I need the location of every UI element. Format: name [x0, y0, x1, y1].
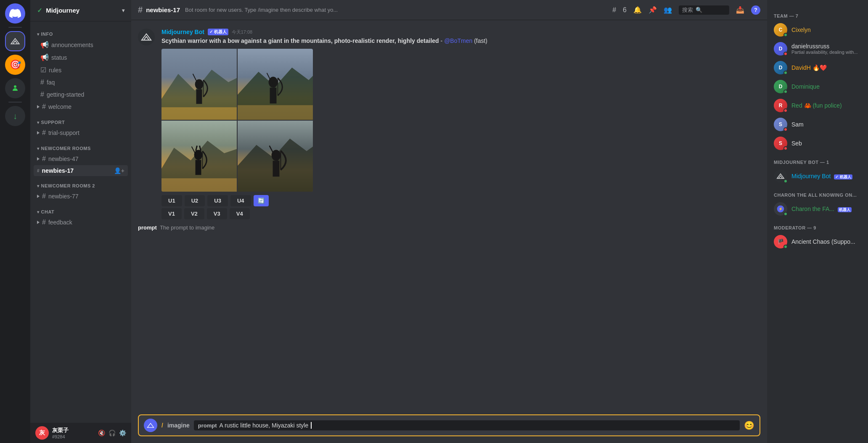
category-moderator: MODERATOR — 9 [767, 219, 868, 232]
channel-welcome[interactable]: # welcome [34, 101, 128, 113]
v1-button[interactable]: V1 [161, 208, 182, 219]
command-label: imagine [167, 422, 190, 429]
server-icon-download[interactable]: ↓ [5, 106, 25, 126]
server-icon-2[interactable]: 🎯 [5, 55, 25, 75]
member-avatar-davidh: D [774, 61, 787, 74]
message-mention[interactable]: @BoTmen [444, 37, 472, 44]
channel-getting-started[interactable]: # getting-started [34, 89, 128, 100]
status-dot [783, 127, 788, 132]
member-info: Charon the FA... 机器人 [791, 206, 861, 213]
channel-newbies-17[interactable]: # newbies-17 👤+ [34, 165, 128, 176]
bot-badge-charon: 机器人 [838, 207, 852, 212]
footer-icons: 🔇 🎧 ⚙️ [98, 430, 126, 436]
member-red[interactable]: R Red 🦀 (fun police) [770, 96, 865, 115]
channel-newbies-77[interactable]: # newbies-77 [34, 190, 128, 202]
action-buttons-row2: V1 V2 V3 V4 [161, 208, 760, 219]
member-info: Sam [791, 121, 861, 128]
bot-badge: ✓ 机器人 [208, 29, 228, 35]
category-chat: ▾ CHAT [30, 203, 131, 216]
image-cell-4[interactable] [238, 121, 313, 192]
input-field-container[interactable]: prompt A rustic little house, Miyazaki s… [194, 420, 740, 430]
members-icon[interactable]: # [612, 6, 616, 14]
collapse-icon-2 [37, 131, 40, 134]
member-name-davidh: DavidH 🔥❤️ [791, 64, 827, 71]
member-avatar-ancient: 🏴 [774, 235, 787, 248]
settings-icon[interactable]: ⚙️ [119, 430, 126, 436]
member-ancient-chaos[interactable]: 🏴 Ancient Chaos (Suppo... [770, 232, 865, 251]
emoji-button[interactable]: 😊 [744, 420, 754, 430]
input-bar[interactable]: / imagine prompt A rustic little house, … [138, 414, 760, 436]
channel-faq[interactable]: # faq [34, 76, 128, 88]
u3-button[interactable]: U3 [207, 195, 228, 206]
add-member-icon[interactable]: 👤+ [114, 167, 124, 174]
prompt-hint: prompt The prompt to imagine [131, 221, 767, 234]
member-info: Midjourney Bot ✓ 机器人 [791, 173, 861, 180]
member-info: Cixelyn [791, 26, 861, 33]
member-cixelyn[interactable]: C Cixelyn [770, 21, 865, 39]
hash-icon-welcome: # [42, 103, 46, 111]
message-speed: (fast) [474, 37, 487, 44]
category-info: ▾ INFO [30, 25, 131, 38]
v3-button[interactable]: V3 [207, 208, 227, 219]
member-dominique[interactable]: D Dominique [770, 77, 865, 96]
inbox-icon[interactable]: 📥 [736, 6, 744, 14]
server-icon-midjourney[interactable] [5, 31, 25, 51]
svg-rect-11 [238, 105, 313, 120]
username: 灰栗子 [52, 427, 95, 434]
member-midjourney-bot[interactable]: Midjourney Bot ✓ 机器人 [770, 167, 865, 185]
help-icon[interactable]: ? [751, 5, 760, 15]
v2-button[interactable]: V2 [184, 208, 204, 219]
image-cell-3[interactable] [161, 121, 237, 192]
member-danielrussruss[interactable]: D danielrussruss Partial availability, d… [770, 40, 865, 58]
hash-icon-faq: # [40, 79, 44, 86]
status-dot [783, 52, 788, 56]
channel-rules[interactable]: ☑ rules [34, 64, 128, 76]
u2-button[interactable]: U2 [185, 195, 205, 206]
server-icon-discord[interactable] [5, 3, 25, 24]
pin-icon[interactable]: 📌 [648, 6, 657, 14]
refresh-button[interactable]: 🔄 [254, 195, 269, 206]
svg-rect-20 [196, 160, 201, 175]
channel-newbies-47[interactable]: # newbies-47 [34, 153, 128, 165]
member-name-charon: Charon the FA... [791, 206, 834, 212]
top-bar-icons: # 6 🔔 📌 👥 搜索 🔍 📥 ? [612, 5, 760, 15]
member-name-mjbot: Midjourney Bot [791, 173, 831, 179]
v4-button[interactable]: V4 [230, 208, 250, 219]
server-icon-3[interactable] [5, 78, 25, 98]
channel-header: # newbies-17 [138, 5, 180, 15]
member-charon[interactable]: ⚡ Charon the FA... 机器人 [770, 200, 865, 218]
notification-icon[interactable]: 🔔 [633, 6, 642, 14]
hash-icon-newbies47: # [42, 155, 46, 163]
member-info: Ancient Chaos (Suppo... [791, 238, 861, 245]
channel-feedback[interactable]: # feedback [34, 216, 128, 228]
hash-icon-newbies77: # [42, 192, 46, 200]
input-text: A rustic little house, Miyazaki style [220, 422, 309, 429]
message-content: Midjourney Bot ✓ 机器人 今天17:08 Scythian wa… [161, 29, 760, 219]
u1-button[interactable]: U1 [161, 195, 182, 206]
status-dot [783, 179, 788, 183]
member-avatar-dominique: D [774, 80, 787, 93]
sidebar-header[interactable]: ✓ Midjourney ▾ [30, 0, 131, 21]
member-sam[interactable]: S Sam [770, 115, 865, 134]
image-cell-1[interactable] [161, 49, 237, 120]
search-bar[interactable]: 搜索 🔍 [679, 5, 729, 15]
channel-status[interactable]: 📢 status [34, 51, 128, 63]
prompt-label: prompt [138, 224, 157, 231]
category-midjourney-bot: MIDJOURNEY BOT — 1 [767, 153, 868, 166]
image-cell-2[interactable] [238, 49, 313, 120]
megaphone-icon: 📢 [40, 41, 49, 49]
bot-avatar [138, 29, 155, 45]
server-divider [8, 27, 22, 28]
people-icon[interactable]: 👥 [664, 6, 672, 14]
member-name-seb: Seb [791, 140, 802, 147]
u4-button[interactable]: U4 [230, 195, 251, 206]
channel-announcements[interactable]: 📢 announcements [34, 39, 128, 51]
member-davidh[interactable]: D DavidH 🔥❤️ [770, 58, 865, 77]
headphone-icon[interactable]: 🎧 [108, 430, 116, 436]
status-dot [783, 33, 788, 37]
member-seb[interactable]: S Seb [770, 134, 865, 153]
channel-description: Bot room for new users. Type /imagine th… [185, 7, 607, 13]
mute-icon[interactable]: 🔇 [98, 430, 105, 436]
megaphone-icon-2: 📢 [40, 53, 49, 61]
channel-trial-support[interactable]: # trial-support [34, 127, 128, 139]
